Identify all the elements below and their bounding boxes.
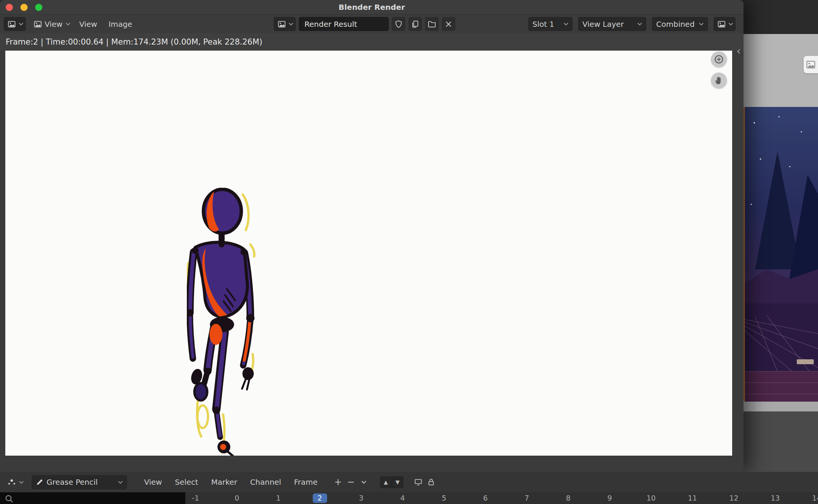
- view-layer-dropdown[interactable]: View Layer: [578, 17, 646, 31]
- dope-channel-menu[interactable]: Channel: [244, 475, 287, 489]
- frame-tick-5[interactable]: 5: [442, 493, 446, 503]
- dope-select-menu[interactable]: Select: [168, 475, 205, 489]
- image-editor-header: View View Image Render Result: [0, 15, 743, 33]
- open-image-button[interactable]: [425, 17, 439, 31]
- pencil-icon: [36, 478, 43, 486]
- image-name-field[interactable]: Render Result: [299, 17, 389, 31]
- copy-icon: [411, 20, 419, 28]
- blender-render-window: Blender Render View View: [0, 0, 743, 472]
- dope-sheet-icon: [8, 478, 16, 486]
- add-keyframe-button[interactable]: +: [332, 475, 345, 489]
- sidebar-collapse-arrow[interactable]: ‹: [734, 45, 743, 57]
- chevron-down-icon: [699, 22, 704, 26]
- hand-icon: [714, 76, 724, 85]
- frame-tick-1[interactable]: 1: [276, 493, 281, 503]
- zoom-in-button[interactable]: [711, 51, 727, 67]
- render-pass-dropdown[interactable]: Combined: [652, 17, 708, 31]
- browse-image-dropdown[interactable]: [274, 17, 296, 31]
- image-menu[interactable]: Image: [103, 17, 138, 31]
- render-stats-text: Frame:2 | Time:00:00.64 | Mem:174.23M (0…: [6, 37, 262, 46]
- view-menu[interactable]: View: [73, 17, 102, 31]
- frame-tick-12[interactable]: 12: [729, 493, 738, 503]
- chevron-down-icon: [289, 22, 293, 26]
- chevron-down-icon: [19, 481, 24, 484]
- display-channels-dropdown[interactable]: [714, 17, 736, 31]
- background-window-bottom: [743, 411, 818, 472]
- move-channel-down-button[interactable]: ▼: [392, 476, 404, 488]
- dope-mode-label: Grease Pencil: [47, 478, 98, 487]
- frame-tick--1[interactable]: -1: [192, 493, 199, 503]
- rendered-character: [187, 188, 264, 456]
- search-icon: [5, 494, 14, 503]
- image-icon: [278, 20, 286, 28]
- chevron-down-icon: [563, 22, 568, 26]
- frame-tick-4[interactable]: 4: [400, 493, 405, 503]
- chevron-down-icon: [361, 480, 366, 484]
- image-icon: [34, 20, 42, 28]
- image-editor-icon: [8, 20, 16, 28]
- zoom-plus-icon: [714, 54, 724, 64]
- display-mode-label: View: [45, 20, 62, 29]
- frame-tick-14[interactable]: 14: [812, 493, 818, 503]
- frame-tick-11[interactable]: 11: [688, 493, 697, 503]
- frame-tick-0[interactable]: 0: [234, 493, 239, 503]
- slot-label: Slot 1: [532, 20, 554, 29]
- move-channel-up-button[interactable]: ▲: [380, 476, 392, 488]
- dope-editor-type-dropdown[interactable]: [4, 475, 26, 489]
- viewport-night-scene-preview[interactable]: [743, 107, 818, 402]
- channel-search-box[interactable]: [0, 492, 185, 504]
- display-mode-dropdown[interactable]: View: [31, 17, 73, 31]
- image-icon: [718, 20, 725, 28]
- render-canvas[interactable]: [5, 51, 732, 456]
- background-window-strip2: [743, 402, 818, 411]
- slot-dropdown[interactable]: Slot 1: [528, 17, 573, 31]
- frame-tick-7[interactable]: 7: [525, 493, 529, 503]
- chevron-down-icon: [65, 22, 70, 26]
- window-title: Blender Render: [0, 0, 743, 15]
- unlink-image-button[interactable]: [442, 17, 455, 31]
- dope-marker-menu[interactable]: Marker: [205, 475, 244, 489]
- chevron-down-icon: [118, 481, 123, 484]
- dope-view-menu[interactable]: View: [138, 475, 168, 489]
- editor-type-dropdown[interactable]: [4, 17, 26, 31]
- view-layer-label: View Layer: [582, 20, 624, 29]
- dope-frame-menu[interactable]: Frame: [287, 475, 324, 489]
- frame-tick-10[interactable]: 10: [646, 493, 655, 503]
- close-icon: [445, 20, 452, 28]
- lock-button[interactable]: [425, 475, 438, 489]
- screen-icon: [414, 478, 422, 486]
- dope-mode-dropdown[interactable]: Grease Pencil: [32, 475, 127, 489]
- frame-tick-9[interactable]: 9: [607, 493, 612, 503]
- pan-hand-button[interactable]: [711, 73, 727, 88]
- remove-keyframe-button[interactable]: −: [345, 475, 357, 489]
- chevron-down-icon: [637, 22, 642, 26]
- frame-tick-2[interactable]: 2: [312, 493, 327, 503]
- chevron-down-icon: [19, 22, 23, 26]
- more-options-dropdown[interactable]: [357, 475, 370, 489]
- lock-icon: [427, 478, 435, 486]
- frame-tick-3[interactable]: 3: [359, 493, 363, 503]
- copy-to-screen-button[interactable]: [412, 475, 425, 489]
- folder-icon: [428, 20, 436, 28]
- chevron-down-icon: [728, 22, 733, 26]
- frame-tick-8[interactable]: 8: [566, 493, 570, 503]
- timeline-ruler[interactable]: -101234567891011121314: [0, 492, 818, 504]
- background-window-top: [743, 0, 818, 34]
- shield-icon: [394, 20, 403, 28]
- image-editor-mini-icon[interactable]: [804, 56, 818, 73]
- fake-user-button[interactable]: [392, 17, 405, 31]
- background-window-strip: [743, 34, 818, 107]
- window-titlebar[interactable]: Blender Render: [0, 0, 743, 15]
- render-pass-label: Combined: [656, 20, 695, 29]
- frame-tick-6[interactable]: 6: [483, 493, 487, 503]
- render-status-bar: Frame:2 | Time:00:00.64 | Mem:174.23M (0…: [0, 33, 743, 51]
- dope-sheet-header: Grease Pencil View Select Marker Channel…: [0, 472, 818, 492]
- frame-tick-13[interactable]: 13: [771, 493, 780, 503]
- duplicate-image-button[interactable]: [408, 17, 422, 31]
